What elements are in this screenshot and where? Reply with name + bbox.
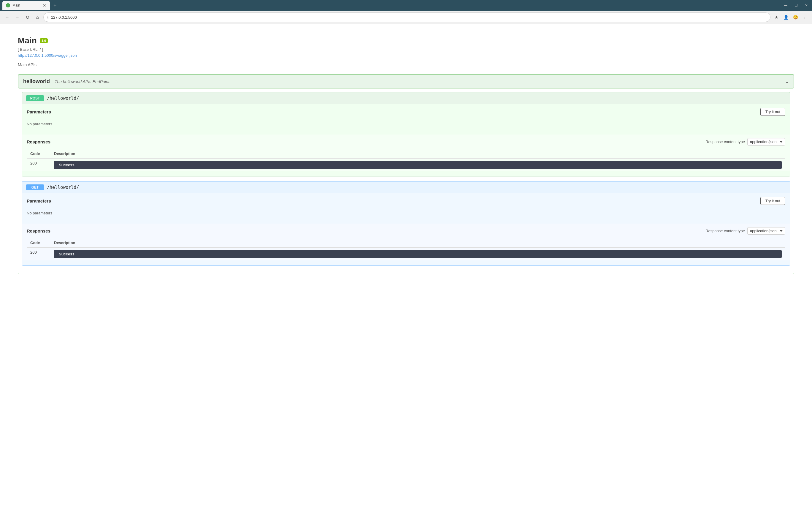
post-params-header: Parameters Try it out — [27, 108, 785, 116]
get-no-params: No parameters — [27, 209, 785, 220]
tab-favicon — [6, 3, 10, 8]
swagger-header: Main 1.0 — [18, 36, 794, 45]
post-content-type-row: Response content type application/json — [706, 138, 785, 145]
browser-chrome: Main ✕ + — ☐ ✕ ← → ↻ ⌂ ℹ ★ 👤 😀 ⋮ — [0, 0, 812, 24]
get-response-content-label: Response content type — [706, 229, 745, 233]
minimize-button[interactable]: — — [782, 3, 789, 8]
post-method-badge: POST — [26, 95, 44, 101]
get-content-type-select[interactable]: application/json — [747, 227, 785, 234]
get-endpoint-card: GET /helloworld/ Parameters Try it out N… — [22, 181, 790, 266]
post-response-content-label: Response content type — [706, 140, 745, 144]
new-tab-button[interactable]: + — [51, 2, 59, 9]
swagger-json-link[interactable]: http://127.0.0.1:5000/swagger.json — [18, 53, 77, 58]
page-title: Main — [18, 36, 37, 45]
get-response-table: Code Description 200 Success — [27, 238, 785, 260]
get-success-badge: Success — [54, 250, 782, 258]
get-responses-header: Responses Response content type applicat… — [27, 227, 785, 234]
section-desc: The helloworld APIs EndPoint. — [55, 79, 111, 84]
get-endpoint-header[interactable]: GET /helloworld/ — [22, 182, 790, 193]
menu-button[interactable]: ⋮ — [801, 13, 809, 22]
home-button[interactable]: ⌂ — [33, 13, 42, 22]
section-title: helloworld — [23, 79, 50, 84]
get-response-table-header-row: Code Description — [27, 238, 785, 248]
post-response-code: 200 — [27, 159, 50, 172]
address-input[interactable] — [51, 15, 767, 19]
section-header[interactable]: helloworld The helloworld APIs EndPoint.… — [18, 74, 794, 88]
refresh-button[interactable]: ↻ — [23, 13, 31, 22]
version-badge: 1.0 — [40, 38, 48, 43]
get-response-code: 200 — [27, 248, 50, 261]
address-icon: ℹ — [47, 15, 49, 19]
post-no-params: No parameters — [27, 119, 785, 131]
address-bar[interactable]: ℹ — [43, 13, 770, 22]
browser-toolbar: ← → ↻ ⌂ ℹ ★ 👤 😀 ⋮ — [0, 11, 812, 24]
post-responses-header: Responses Response content type applicat… — [27, 138, 785, 145]
window-controls: — ☐ ✕ — [782, 3, 810, 8]
chevron-down-icon: ⌄ — [785, 79, 789, 84]
helloworld-section: helloworld The helloworld APIs EndPoint.… — [18, 74, 794, 274]
browser-tab[interactable]: Main ✕ — [2, 1, 50, 10]
user-button[interactable]: 👤 — [782, 13, 790, 22]
page-content: Main 1.0 [ Base URL: / ] http://127.0.0.… — [0, 24, 812, 528]
post-endpoint-card: POST /helloworld/ Parameters Try it out … — [22, 92, 790, 176]
get-responses-title: Responses — [27, 228, 50, 233]
section-header-left: helloworld The helloworld APIs EndPoint. — [23, 79, 111, 85]
tab-title: Main — [13, 3, 20, 8]
get-description-header: Description — [50, 238, 785, 248]
post-endpoint-header[interactable]: POST /helloworld/ — [22, 92, 790, 104]
get-endpoint-path: /helloworld/ — [47, 185, 79, 190]
get-response-row: 200 Success — [27, 248, 785, 261]
post-params-section: Parameters Try it out No parameters — [22, 104, 790, 134]
get-method-badge: GET — [26, 184, 44, 190]
get-params-title: Parameters — [27, 198, 51, 203]
toolbar-right: ★ 👤 😀 ⋮ — [772, 13, 809, 22]
maximize-button[interactable]: ☐ — [793, 3, 799, 8]
base-url: [ Base URL: / ] — [18, 47, 794, 52]
post-description-header: Description — [50, 149, 785, 159]
post-response-table-header-row: Code Description — [27, 149, 785, 159]
get-params-section: Parameters Try it out No parameters — [22, 193, 790, 224]
tab-close-button[interactable]: ✕ — [43, 3, 46, 8]
post-content-type-select[interactable]: application/json — [747, 138, 785, 145]
post-response-row: 200 Success — [27, 159, 785, 172]
get-content-type-row: Response content type application/json — [706, 227, 785, 234]
post-response-description: Success — [50, 159, 785, 172]
back-button[interactable]: ← — [3, 13, 11, 22]
endpoints-container: POST /helloworld/ Parameters Try it out … — [18, 88, 794, 274]
post-try-it-button[interactable]: Try it out — [760, 108, 785, 116]
get-code-header: Code — [27, 238, 50, 248]
forward-button[interactable]: → — [13, 13, 21, 22]
get-params-header: Parameters Try it out — [27, 197, 785, 205]
main-apis-label: Main APIs — [18, 62, 794, 67]
post-response-table: Code Description 200 Success — [27, 149, 785, 171]
get-responses-section: Responses Response content type applicat… — [22, 224, 790, 260]
post-success-badge: Success — [54, 161, 782, 169]
post-endpoint-path: /helloworld/ — [47, 96, 79, 101]
get-try-it-button[interactable]: Try it out — [760, 197, 785, 205]
bookmark-button[interactable]: ★ — [772, 13, 781, 22]
post-responses-title: Responses — [27, 139, 50, 144]
get-response-description: Success — [50, 248, 785, 261]
title-bar: Main ✕ + — ☐ ✕ — [0, 0, 812, 11]
post-code-header: Code — [27, 149, 50, 159]
post-responses-section: Responses Response content type applicat… — [22, 134, 790, 171]
post-params-title: Parameters — [27, 109, 51, 114]
close-button[interactable]: ✕ — [803, 3, 810, 8]
emoji-button[interactable]: 😀 — [791, 13, 799, 22]
